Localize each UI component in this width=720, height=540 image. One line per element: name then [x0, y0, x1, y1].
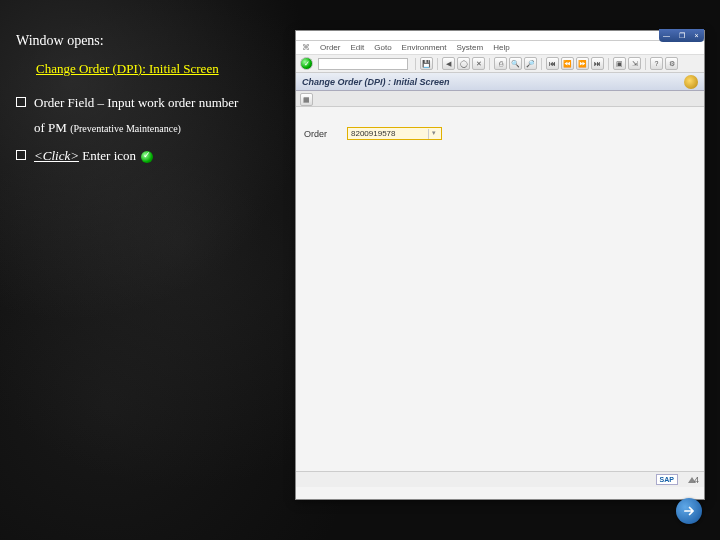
arrow-right-icon: [682, 504, 696, 518]
first-page-button[interactable]: ⏮: [546, 57, 559, 70]
save-button[interactable]: 💾: [420, 57, 433, 70]
click-text: <Click>: [34, 148, 79, 163]
next-page-button[interactable]: ⏩: [576, 57, 589, 70]
screen-title-bar: Change Order (DPI) : Initial Screen: [296, 73, 704, 91]
menu-indicator-icon: ⌘: [302, 43, 310, 52]
close-button[interactable]: ×: [693, 32, 701, 40]
order-field-row: Order 8200919578 ▾: [304, 127, 696, 140]
new-session-button[interactable]: ▣: [613, 57, 626, 70]
toolbar-separator: [489, 58, 490, 70]
screen-body: Order 8200919578 ▾ SAP 4: [296, 107, 704, 487]
find-button[interactable]: 🔍: [509, 57, 522, 70]
checkbox-icon: [16, 150, 26, 160]
enter-icon: [141, 151, 153, 163]
enter-button[interactable]: ✓: [300, 57, 313, 70]
back-button[interactable]: ◀: [442, 57, 455, 70]
sap-window: — ❐ × ⌘ Order Edit Goto Environment Syst…: [295, 30, 705, 500]
order-value: 8200919578: [351, 129, 396, 138]
find-next-button[interactable]: 🔎: [524, 57, 537, 70]
instruction-panel: Window opens: Change Order (DPI): Initia…: [16, 30, 286, 171]
exit-button[interactable]: ◯: [457, 57, 470, 70]
sub-note: (Preventative Maintenance): [70, 123, 181, 134]
print-button[interactable]: ⎙: [494, 57, 507, 70]
screen-title: Change Order (DPI) : Initial Screen: [302, 77, 450, 87]
sap-logo: SAP: [656, 474, 678, 485]
next-slide-button[interactable]: [676, 498, 702, 524]
header-button[interactable]: ▦: [300, 93, 313, 106]
window-titlebar: — ❐ ×: [296, 31, 704, 41]
prev-page-button[interactable]: ⏪: [561, 57, 574, 70]
enter-icon-text: Enter icon: [79, 148, 139, 163]
bullet-text: <Click> Enter icon: [34, 146, 286, 166]
bullet-item: <Click> Enter icon: [16, 146, 286, 166]
menu-order[interactable]: Order: [320, 43, 340, 52]
toolbar-separator: [437, 58, 438, 70]
bullet-text: Order Field – Input work order number: [34, 93, 286, 113]
menu-edit[interactable]: Edit: [350, 43, 364, 52]
checkbox-icon: [16, 97, 26, 107]
menu-bar: ⌘ Order Edit Goto Environment System Hel…: [296, 41, 704, 55]
standard-toolbar: ✓ 💾 ◀ ◯ ✕ ⎙ 🔍 🔎 ⏮ ⏪ ⏩ ⏭ ▣ ⇲ ? ⚙: [296, 55, 704, 73]
bullet-item: Order Field – Input work order number: [16, 93, 286, 113]
shortcut-button[interactable]: ⇲: [628, 57, 641, 70]
toolbar-separator: [645, 58, 646, 70]
slide-number: 4: [694, 475, 699, 485]
last-page-button[interactable]: ⏭: [591, 57, 604, 70]
order-input[interactable]: 8200919578 ▾: [347, 127, 442, 140]
cancel-button[interactable]: ✕: [472, 57, 485, 70]
screen-title-text: Change Order (DPI): Initial Screen: [36, 59, 286, 79]
sub-prefix: of PM: [34, 120, 70, 135]
application-toolbar: ▦: [296, 91, 704, 107]
window-opens-text: Window opens:: [16, 30, 286, 51]
bullet-subtext: of PM (Preventative Maintenance): [34, 118, 286, 138]
toolbar-separator: [608, 58, 609, 70]
window-controls: — ❐ ×: [659, 29, 704, 42]
layout-button[interactable]: ⚙: [665, 57, 678, 70]
help-button[interactable]: ?: [650, 57, 663, 70]
toolbar-separator: [541, 58, 542, 70]
maximize-button[interactable]: ❐: [678, 32, 686, 40]
object-icon: [684, 75, 698, 89]
search-help-icon[interactable]: ▾: [428, 129, 438, 139]
command-field[interactable]: [318, 58, 408, 70]
menu-help[interactable]: Help: [493, 43, 509, 52]
order-label: Order: [304, 129, 327, 139]
menu-environment[interactable]: Environment: [402, 43, 447, 52]
toolbar-separator: [415, 58, 416, 70]
menu-goto[interactable]: Goto: [374, 43, 391, 52]
minimize-button[interactable]: —: [663, 32, 671, 40]
menu-system[interactable]: System: [457, 43, 484, 52]
status-bar: SAP: [296, 471, 704, 487]
